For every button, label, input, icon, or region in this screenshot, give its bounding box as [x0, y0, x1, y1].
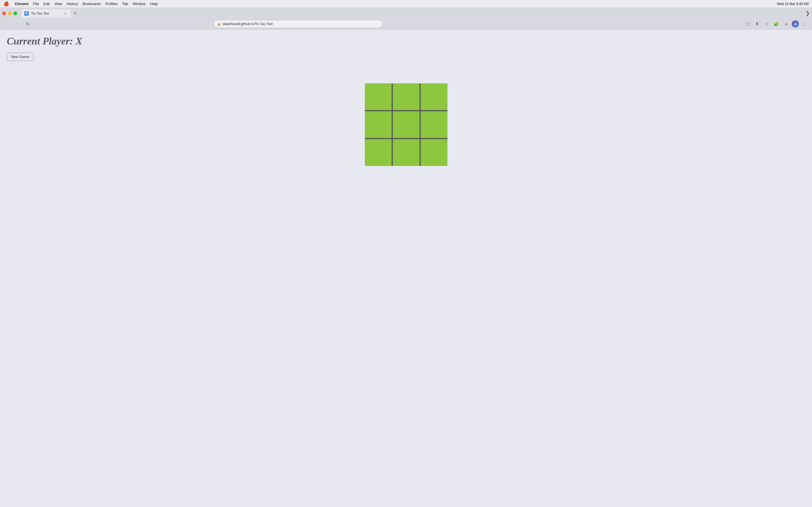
menu-tab[interactable]: Tab — [122, 2, 128, 6]
menu-bar-right: Wed 16 Mar 9:49 AM — [777, 2, 809, 6]
new-tab-button[interactable]: + — [71, 9, 79, 17]
url-text: alaykharadi.github.io/Tic-Tac-Toe/ — [223, 22, 273, 26]
menu-view[interactable]: View — [54, 2, 62, 6]
extensions-button[interactable]: 🧩 — [772, 20, 780, 28]
cell-1-0[interactable] — [365, 111, 392, 138]
menu-edit[interactable]: Edit — [43, 2, 50, 6]
cell-0-2[interactable] — [421, 83, 448, 110]
new-game-button[interactable]: New Game — [7, 53, 34, 61]
cell-0-0[interactable] — [365, 83, 392, 110]
address-bar: ‹ › ↻ 🔒 alaykharadi.github.io/Tic-Tac-To… — [0, 18, 812, 29]
cell-1-1[interactable] — [393, 111, 419, 138]
close-button[interactable] — [2, 11, 6, 15]
cell-2-2[interactable] — [421, 139, 448, 166]
game-board — [365, 83, 448, 166]
page-content: Current Player: X New Game — [0, 30, 812, 507]
game-board-container — [7, 83, 805, 166]
window-controls — [2, 11, 17, 15]
tab-close-button[interactable]: × — [63, 11, 68, 16]
active-tab[interactable]: A Tic-Tac-Toe × — [20, 9, 71, 18]
browser-chrome: A Tic-Tac-Toe × + ❯ ‹ › ↻ 🔒 alaykharadi.… — [0, 8, 812, 30]
menu-history[interactable]: History — [66, 2, 78, 6]
cell-0-1[interactable] — [393, 83, 419, 110]
customize-button[interactable]: ≡ — [782, 20, 790, 28]
menu-window[interactable]: Window — [133, 2, 146, 6]
profile-avatar[interactable]: A — [792, 20, 799, 27]
menu-bar: 🍎 Chrome File Edit View History Bookmark… — [0, 0, 812, 8]
menu-profiles[interactable]: Profiles — [105, 2, 117, 6]
minimize-button[interactable] — [8, 11, 11, 15]
menu-file[interactable]: File — [33, 2, 39, 6]
back-button[interactable]: ‹ — [3, 20, 11, 28]
bookmark-button[interactable]: ☆ — [763, 20, 771, 28]
menu-bookmarks[interactable]: Bookmarks — [83, 2, 101, 6]
forward-button[interactable]: › — [13, 20, 21, 28]
menu-chrome[interactable]: Chrome — [15, 2, 29, 6]
url-bar[interactable]: 🔒 alaykharadi.github.io/Tic-Tac-Toe/ — [213, 20, 383, 28]
cell-1-2[interactable] — [421, 111, 448, 138]
reload-button[interactable]: ↻ — [24, 20, 32, 28]
lock-icon: 🔒 — [217, 22, 221, 26]
reload-icon: ↻ — [26, 21, 30, 27]
close-tab-icon: × — [64, 11, 66, 15]
back-icon: ‹ — [6, 21, 8, 26]
maximize-button[interactable] — [13, 11, 17, 15]
collapse-tabs-button[interactable]: ❯ — [806, 10, 810, 16]
toolbar-right: ⬡ ⬆ ☆ 🧩 ≡ A ⋮ — [744, 20, 809, 28]
tab-title: Tic-Tac-Toe — [31, 11, 49, 15]
share-button[interactable]: ⬆ — [753, 20, 761, 28]
apple-logo[interactable]: 🍎 — [3, 1, 9, 6]
open-in-new-tab-button[interactable]: ⬡ — [744, 20, 752, 28]
menu-button[interactable]: ⋮ — [801, 20, 809, 28]
tab-bar: A Tic-Tac-Toe × + ❯ — [0, 8, 812, 18]
menu-time: Wed 16 Mar 9:49 AM — [777, 2, 809, 6]
menu-help[interactable]: Help — [150, 2, 158, 6]
current-player-heading: Current Player: X — [7, 35, 805, 47]
tab-favicon: A — [24, 11, 29, 16]
cell-2-1[interactable] — [393, 139, 419, 166]
forward-icon: › — [17, 21, 18, 26]
cell-2-0[interactable] — [365, 139, 392, 166]
